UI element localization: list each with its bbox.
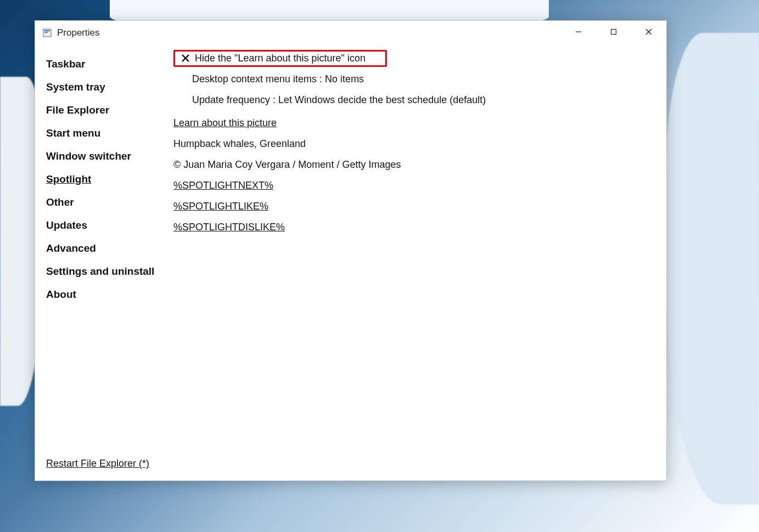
highlight-annotation: Hide the "Learn about this picture" icon: [173, 50, 387, 67]
restart-file-explorer-link[interactable]: Restart File Explorer (*): [46, 458, 149, 469]
app-icon: [43, 29, 52, 37]
option-context-menu-items-label: Desktop context menu items : No items: [192, 73, 364, 85]
picture-copyright-text: © Juan Maria Coy Vergara / Moment / Gett…: [173, 159, 401, 171]
sidebar-item-window-switcher[interactable]: Window switcher: [46, 145, 173, 168]
svg-rect-4: [611, 30, 616, 35]
window-body: Taskbar System tray File Explorer Start …: [35, 45, 666, 480]
sidebar-item-spotlight[interactable]: Spotlight: [46, 168, 173, 191]
svg-rect-1: [44, 30, 50, 31]
link-spotlight-next-label: %SPOTLIGHTNEXT%: [173, 180, 273, 191]
picture-copyright: © Juan Maria Coy Vergara / Moment / Gett…: [173, 155, 655, 174]
picture-title: Humpback whales, Greenland: [173, 134, 655, 154]
link-learn-about-picture[interactable]: Learn about this picture: [173, 113, 655, 133]
background-decor: [666, 33, 759, 505]
window-title: Properties: [57, 27, 99, 38]
x-icon: [176, 54, 195, 63]
option-hide-learn-icon-label: Hide the "Learn about this picture" icon: [195, 53, 366, 64]
minimize-button[interactable]: [561, 21, 596, 43]
option-context-menu-items[interactable]: Desktop context menu items : No items: [173, 69, 655, 89]
restart-file-explorer-label: Restart File Explorer (*): [46, 458, 149, 469]
svg-rect-2: [44, 32, 48, 33]
sidebar-item-taskbar[interactable]: Taskbar: [46, 53, 173, 76]
picture-title-text: Humpback whales, Greenland: [173, 138, 306, 150]
link-spotlight-like-label: %SPOTLIGHTLIKE%: [173, 201, 268, 212]
titlebar[interactable]: Properties: [35, 21, 666, 45]
sidebar-item-other[interactable]: Other: [46, 191, 173, 214]
sidebar: Taskbar System tray File Explorer Start …: [35, 45, 173, 480]
properties-window: Properties Taskbar System tray File Expl…: [35, 20, 667, 481]
option-hide-learn-icon[interactable]: Hide the "Learn about this picture" icon: [173, 48, 655, 68]
sidebar-item-updates[interactable]: Updates: [46, 214, 173, 237]
link-spotlight-dislike-label: %SPOTLIGHTDISLIKE%: [173, 222, 285, 233]
sidebar-item-start-menu[interactable]: Start menu: [46, 122, 173, 145]
sidebar-item-about[interactable]: About: [46, 283, 173, 306]
content-pane: Hide the "Learn about this picture" icon…: [173, 45, 666, 480]
window-controls: [561, 21, 666, 43]
link-spotlight-next[interactable]: %SPOTLIGHTNEXT%: [173, 176, 655, 195]
maximize-button[interactable]: [596, 21, 631, 43]
sidebar-item-system-tray[interactable]: System tray: [46, 76, 173, 99]
sidebar-item-settings-uninstall[interactable]: Settings and uninstall: [46, 260, 173, 283]
link-spotlight-dislike[interactable]: %SPOTLIGHTDISLIKE%: [173, 217, 655, 237]
option-update-frequency-label: Update frequency : Let Windows decide th…: [192, 94, 486, 106]
sidebar-item-advanced[interactable]: Advanced: [46, 237, 173, 260]
sidebar-item-file-explorer[interactable]: File Explorer: [46, 99, 173, 122]
link-spotlight-like[interactable]: %SPOTLIGHTLIKE%: [173, 196, 655, 216]
option-update-frequency[interactable]: Update frequency : Let Windows decide th…: [173, 90, 655, 110]
close-button[interactable]: [631, 21, 666, 43]
link-learn-about-picture-label: Learn about this picture: [173, 117, 277, 129]
